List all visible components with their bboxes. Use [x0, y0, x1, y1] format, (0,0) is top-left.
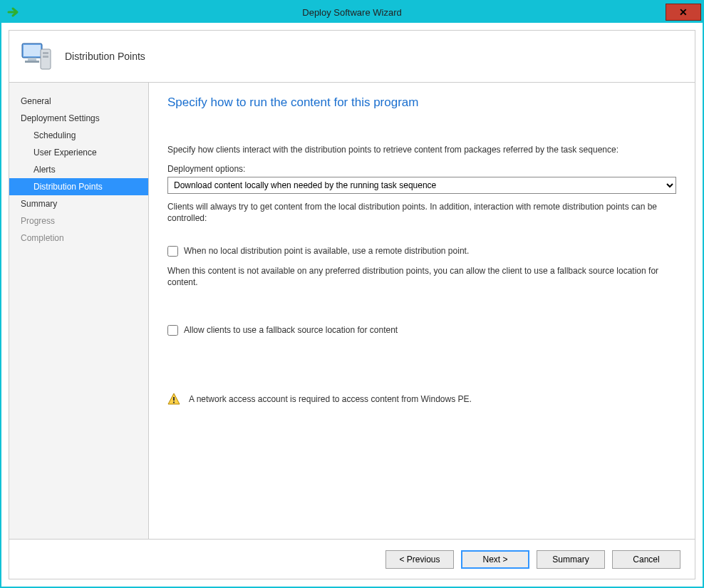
svg-rect-6 [43, 56, 48, 58]
fallback-checkbox[interactable] [167, 325, 178, 336]
fallback-row: Allow clients to use a fallback source l… [167, 325, 676, 336]
remote-dp-checkbox[interactable] [167, 246, 178, 257]
deployment-options-select[interactable]: Download content locally when needed by … [167, 177, 676, 194]
window-title: Deploy Software Wizard [1, 7, 703, 18]
forward-arrow-icon [7, 6, 21, 18]
next-button[interactable]: Next > [461, 550, 529, 569]
warning-text: A network access account is required to … [189, 394, 472, 404]
sidebar-item-summary[interactable]: Summary [9, 195, 148, 212]
svg-rect-3 [25, 61, 39, 63]
page-title: Distribution Points [65, 51, 145, 62]
wizard-header: Distribution Points [9, 31, 695, 82]
clients-note: Clients will always try to get content f… [167, 201, 676, 224]
svg-rect-1 [24, 45, 41, 56]
svg-rect-8 [173, 401, 175, 403]
wizard-footer: < Previous Next > Summary Cancel [9, 539, 695, 579]
sidebar-item-alerts[interactable]: Alerts [9, 161, 148, 178]
sidebar-item-user-experience[interactable]: User Experience [9, 144, 148, 161]
wizard-split: General Deployment Settings Scheduling U… [9, 82, 695, 539]
remote-dp-label[interactable]: When no local distribution point is avai… [184, 246, 469, 256]
svg-rect-7 [173, 397, 175, 401]
computer-icon [19, 39, 53, 73]
sidebar-item-distribution-points[interactable]: Distribution Points [9, 178, 148, 195]
previous-button[interactable]: < Previous [385, 550, 454, 569]
close-icon: ✕ [679, 6, 688, 18]
warning-icon [167, 393, 180, 406]
wizard-sidebar: General Deployment Settings Scheduling U… [9, 83, 149, 539]
svg-rect-5 [43, 52, 48, 54]
svg-rect-2 [28, 58, 36, 61]
wizard-body: Distribution Points General Deployment S… [9, 30, 695, 579]
remote-dp-row: When no local distribution point is avai… [167, 246, 676, 257]
wizard-window: Deploy Software Wizard ✕ Distribution Po… [0, 0, 704, 588]
sidebar-item-completion: Completion [9, 229, 148, 247]
sidebar-item-general[interactable]: General [9, 93, 148, 110]
close-button[interactable]: ✕ [666, 4, 701, 21]
sidebar-item-progress: Progress [9, 212, 148, 229]
intro-text: Specify how clients interact with the di… [167, 144, 676, 155]
sidebar-item-scheduling[interactable]: Scheduling [9, 127, 148, 144]
warning-row: A network access account is required to … [167, 393, 676, 406]
fallback-note: When this content is not available on an… [167, 265, 676, 288]
wizard-content: Specify how to run the content for this … [149, 83, 695, 539]
summary-button[interactable]: Summary [537, 550, 605, 569]
titlebar: Deploy Software Wizard ✕ [1, 1, 703, 23]
sidebar-item-deployment-settings[interactable]: Deployment Settings [9, 110, 148, 127]
deployment-options-label: Deployment options: [167, 164, 676, 174]
fallback-label[interactable]: Allow clients to use a fallback source l… [184, 325, 398, 335]
cancel-button[interactable]: Cancel [612, 550, 680, 569]
content-heading: Specify how to run the content for this … [167, 96, 676, 110]
